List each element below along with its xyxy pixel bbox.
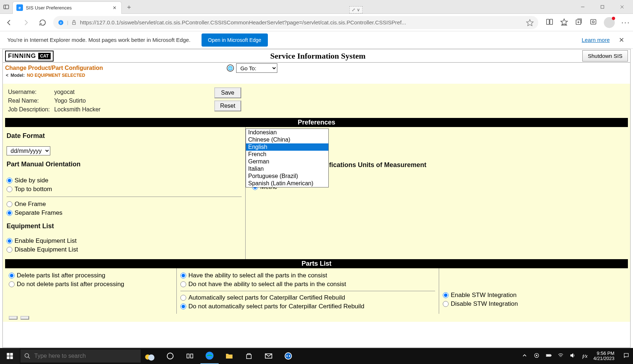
notifications-icon[interactable] [623,352,629,360]
svg-rect-11 [550,19,552,25]
svg-rect-39 [551,355,551,356]
reset-button-bottom[interactable] [20,316,29,320]
favorite-icon[interactable] [526,19,534,27]
tray-location-icon[interactable] [534,352,540,360]
taskbar-clock[interactable]: 9:56 PM 4/21/2023 [593,351,614,361]
system-title: Service Information System [54,51,582,61]
lang-option[interactable]: German [246,158,328,165]
svg-rect-42 [624,353,628,357]
equipment-list-title: Equipment List [7,222,242,230]
frame-one[interactable]: One Frame [7,200,242,209]
window-controls [577,1,628,13]
tray-wifi-icon[interactable] [558,352,564,360]
favorites-icon[interactable] [560,18,568,27]
save-button[interactable]: Save [214,87,241,98]
search-input[interactable] [34,353,137,359]
url-box[interactable]: e | https://127.0.0.1/sisweb/servlet/cat… [53,16,538,29]
parts-select-all-no[interactable]: Do not have the ability to select all th… [180,280,435,289]
goto-select[interactable]: Go To: [236,63,277,73]
lang-option[interactable]: Italian [246,165,328,173]
svg-marker-9 [526,19,533,25]
collections-icon[interactable] [575,18,583,27]
change-product-link[interactable]: Change Product/Part Configuration [5,65,103,71]
svg-text:e: e [60,21,62,24]
svg-point-26 [148,355,155,361]
drag-region-hint[interactable]: ⤢ ∨ [349,6,362,13]
stw-disable[interactable]: Disable STW Integration [443,300,624,308]
lang-option[interactable]: Portuguese (Brazil) [246,173,328,180]
language-select-list[interactable]: Indonesian Chinese (China) English Frenc… [246,128,329,187]
shutdown-button[interactable]: Shutdown SIS [582,50,628,62]
model-label: Model: [11,73,25,78]
lang-option[interactable]: French [246,151,328,158]
split-screen-icon[interactable] [546,18,554,27]
tray-language-icon[interactable]: ƒ⁄x [582,353,587,359]
lang-option-selected[interactable]: English [246,143,328,151]
store-icon[interactable] [240,348,258,364]
job-label: Job Description: [8,106,54,114]
lang-option[interactable]: Spanish (Latin American) [246,180,328,187]
extensions-icon[interactable] [589,18,597,27]
sis-header: FINNING CAT Service Information System S… [3,50,630,63]
open-in-edge-button[interactable]: Open in Microsoft Edge [202,33,268,47]
units-title: ecifications Units of Measurement [320,161,624,169]
frame-separate[interactable]: Separate Frames [7,209,242,217]
parts-no-delete[interactable]: Do not delete parts list after processin… [9,280,173,289]
parts-select-all-yes[interactable]: Have the ability to select all the parts… [180,271,435,280]
svg-rect-3 [601,5,604,8]
orientation-side-by-side[interactable]: Side by side [7,176,242,185]
tray-chevron-icon[interactable] [521,352,528,360]
task-view-icon[interactable] [181,348,199,364]
parts-auto-ccr-no[interactable]: Do not automatically select parts for Ca… [180,302,435,311]
orientation-top-to-bottom[interactable]: Top to bottom [7,185,242,194]
teamviewer-icon[interactable] [279,348,297,364]
equipment-enable[interactable]: Enable Equipment List [7,237,242,245]
lang-option[interactable]: Indonesian [246,129,328,136]
tab-title: SIS User Preferences [26,5,108,11]
tray-battery-icon[interactable] [546,352,552,360]
tab-close-button[interactable]: ✕ [111,4,118,11]
back-button[interactable] [3,16,15,29]
svg-marker-41 [571,354,573,357]
save-button-bottom[interactable] [9,316,17,320]
lock-icon [71,20,77,25]
maximize-button[interactable] [597,1,608,13]
minimize-button[interactable] [577,1,589,13]
stw-enable[interactable]: Enable STW Integration [443,291,624,300]
reset-button[interactable]: Reset [214,100,241,111]
brand-logo: FINNING CAT [5,51,54,62]
preferences-header: Preferences [5,118,628,127]
parts-auto-ccr-yes[interactable]: Automatically select parts for Caterpill… [180,293,435,302]
taskbar-search[interactable] [20,349,141,363]
profile-avatar[interactable] [604,17,615,28]
taskbar-weather-icon[interactable] [141,348,159,364]
tray-volume-icon[interactable] [570,352,576,360]
learn-more-link[interactable]: Learn more [582,37,610,43]
parts-delete[interactable]: Delete parts list after processing [9,271,173,280]
more-icon[interactable]: ··· [621,18,630,27]
equipment-disable[interactable]: Disable Equipment List [7,245,242,254]
start-button[interactable] [0,348,20,364]
new-tab-button[interactable]: ＋ [123,1,135,13]
browser-tab[interactable]: e SIS User Preferences ✕ [12,1,122,14]
svg-point-23 [25,353,29,357]
cortana-icon[interactable] [161,348,179,364]
tab-actions-icon[interactable] [3,4,9,10]
brand-text: FINNING [8,52,36,60]
file-explorer-icon[interactable] [220,348,238,364]
svg-rect-22 [10,356,13,359]
lang-option[interactable]: Chinese (China) [246,136,328,143]
date-format-title: Date Format [7,132,242,140]
date-format-select[interactable]: dd/mm/yyyy [7,146,50,155]
edge-app-icon[interactable] [200,348,219,364]
refresh-button[interactable] [36,16,49,29]
svg-rect-21 [7,356,10,359]
close-window-button[interactable] [616,1,628,13]
model-line: < Model: NO EQUIPMENT SELECTED [3,73,630,80]
browser-titlebar: e SIS User Preferences ✕ ＋ ⤢ ∨ [0,0,633,14]
svg-rect-20 [10,353,13,356]
model-back-icon[interactable]: < [6,73,8,78]
mail-icon[interactable] [259,348,278,364]
ie-bar-close-button[interactable]: ✕ [617,36,626,44]
content-scroll[interactable]: Username:yogocat Real Name:Yogo Sutirto … [3,84,630,347]
